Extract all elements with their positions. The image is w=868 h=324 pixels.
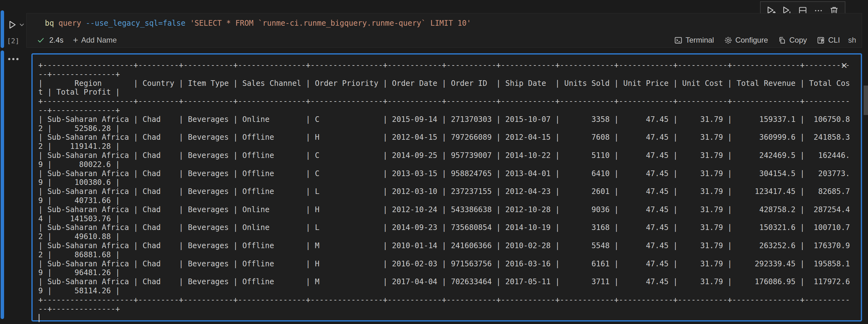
close-icon[interactable]: ✕ (839, 60, 849, 71)
cell-focus-bar-output (1, 50, 4, 319)
play-icon (7, 20, 17, 30)
execution-duration: 2.4s (49, 36, 63, 44)
terminal-cursor (39, 314, 39, 322)
plus-icon: + (73, 36, 78, 44)
cli-action-button[interactable]: CLI (814, 36, 843, 44)
cell-menu-icon[interactable] (8, 55, 21, 63)
editor-scrollbar[interactable] (864, 85, 868, 115)
language-picker[interactable]: sh (848, 36, 857, 44)
terminal-icon (674, 36, 683, 44)
copy-icon (778, 36, 786, 44)
terminal-text[interactable]: +--------------------+---------+--------… (38, 61, 861, 313)
success-check-icon (37, 36, 45, 44)
notebook-cell: bq query --use_legacy_sql=false 'SELECT … (26, 13, 862, 48)
configure-action-button[interactable]: Configure (721, 36, 771, 44)
command-editor[interactable]: bq query --use_legacy_sql=false 'SELECT … (27, 13, 862, 33)
gear-icon (724, 36, 733, 44)
cell-focus-bar-code (1, 10, 4, 48)
execution-count: [2] (7, 37, 20, 45)
command-string: 'SELECT * FROM `runme-ci.runme_bigquery.… (190, 19, 471, 28)
run-cell-button[interactable] (7, 20, 24, 30)
command-name: bq (45, 19, 58, 28)
cli-icon (817, 36, 825, 44)
cell-status-bar: 2.4s + Add Name Terminal (27, 33, 862, 47)
terminal-action-button[interactable]: Terminal (671, 36, 717, 44)
copy-action-button[interactable]: Copy (775, 36, 810, 44)
command-subcommand: query (58, 19, 86, 28)
terminal-output: ✕ +--------------------+---------+------… (31, 53, 862, 322)
add-name-button[interactable]: + Add Name (73, 36, 117, 44)
chevron-down-icon[interactable] (20, 23, 24, 26)
command-flag: --use_legacy_sql=false (86, 19, 190, 28)
